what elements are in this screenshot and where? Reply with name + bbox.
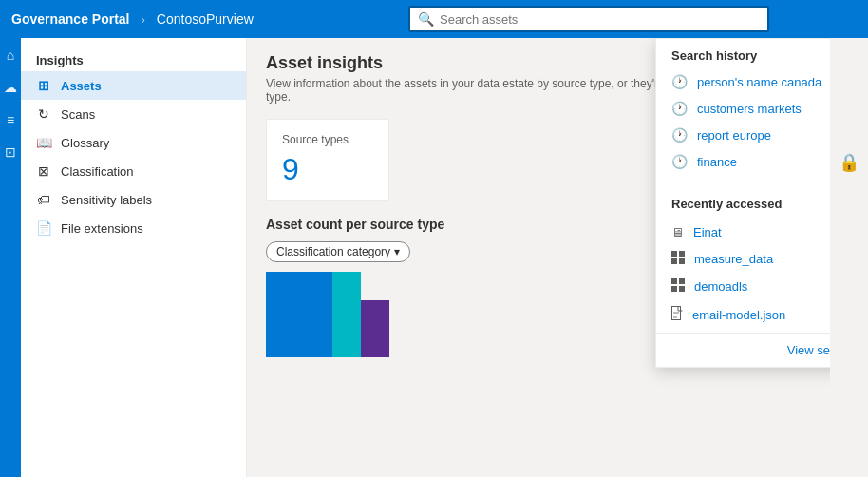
- recent-item-email-model[interactable]: email-model.json: [656, 300, 830, 329]
- sidebar-item-glossary-label: Glossary: [61, 136, 109, 150]
- file-ext-icon: 📄: [36, 220, 51, 236]
- right-column: 🔒: [830, 38, 868, 477]
- chart-area: [266, 272, 389, 357]
- svg-rect-6: [671, 286, 677, 292]
- card-value: 9: [282, 152, 373, 187]
- history-item-1-label: person's name canada: [697, 75, 821, 89]
- cloud-icon[interactable]: ☁: [4, 80, 17, 95]
- svg-rect-2: [671, 258, 677, 264]
- history-icon-2: 🕐: [671, 101, 688, 116]
- sidebar-item-assets-label: Assets: [61, 79, 102, 93]
- breadcrumb-separator: ›: [142, 12, 145, 27]
- sidebar-item-sensitivity-label: Sensitivity labels: [61, 193, 152, 207]
- search-icon: 🔍: [418, 11, 434, 27]
- chart-bar-blue: [266, 272, 332, 357]
- topbar: Governance Portal › ContosoPurview 🔍: [0, 0, 868, 38]
- list-icon[interactable]: ≡: [7, 112, 14, 127]
- recent-item-measure-label: measure_data: [694, 252, 773, 266]
- recent-item-demoadls[interactable]: demoadls: [656, 273, 830, 300]
- card-label: Source types: [282, 133, 373, 146]
- sidebar-item-file-extensions[interactable]: 📄 File extensions: [21, 214, 246, 242]
- sidebar: Insights ⊞ Assets ↻ Scans 📖 Glossary ⊠ C…: [21, 38, 247, 477]
- sidebar-header: Insights: [21, 46, 246, 71]
- sidebar-item-scans[interactable]: ↻ Scans: [21, 100, 246, 128]
- history-icon-4: 🕐: [671, 154, 688, 169]
- tenant-name: ContosoPurview: [157, 11, 254, 27]
- svg-rect-4: [671, 278, 677, 284]
- main-content: Asset insights View information about th…: [247, 38, 830, 477]
- sidebar-item-scans-label: Scans: [61, 107, 95, 122]
- sidebar-item-file-ext-label: File extensions: [61, 221, 143, 236]
- sidebar-item-classification-label: Classification: [61, 164, 134, 179]
- history-item-2-label: customers markets: [697, 102, 802, 116]
- history-item-4-label: finance: [697, 155, 737, 169]
- search-box[interactable]: 🔍: [408, 6, 769, 32]
- dropdown-divider: [656, 181, 830, 181]
- sidebar-item-glossary[interactable]: 📖 Glossary: [21, 128, 246, 157]
- dropdown-footer: View search results: [656, 333, 830, 367]
- classification-icon: ⊠: [36, 163, 51, 179]
- chart-bar-teal: [332, 272, 361, 357]
- history-item-4[interactable]: 🕐 finance: [656, 148, 830, 175]
- icon-rail: ⌂ ☁ ≡ ⊡: [0, 38, 21, 477]
- chevron-down-icon: ▾: [394, 245, 400, 258]
- recent-item-measure-data[interactable]: measure_data: [656, 245, 830, 273]
- filter-label: Classification category: [276, 245, 390, 258]
- recent-icon-demoadls: [671, 278, 685, 295]
- svg-rect-3: [679, 258, 685, 264]
- recent-icon-einat: 🖥: [671, 225, 684, 239]
- history-item-3[interactable]: 🕐 report europe: [656, 122, 830, 148]
- recent-item-einat-label: Einat: [693, 225, 722, 239]
- search-input[interactable]: [440, 12, 760, 27]
- svg-rect-1: [679, 251, 685, 257]
- view-search-results-link[interactable]: View search results: [787, 343, 830, 357]
- history-item-2[interactable]: 🕐 customers markets: [656, 95, 830, 122]
- recent-item-einat[interactable]: 🖥 Einat: [656, 219, 830, 245]
- sensitivity-icon: 🏷: [36, 192, 51, 207]
- svg-rect-5: [679, 278, 685, 284]
- history-item-1[interactable]: 🕐 person's name canada: [656, 68, 830, 95]
- recent-item-demoadls-label: demoadls: [694, 279, 747, 294]
- history-icon-1: 🕐: [671, 74, 688, 89]
- svg-rect-0: [671, 251, 677, 257]
- recent-icon-email-model: [671, 306, 683, 323]
- recently-accessed-header: Recently accessed View all: [656, 187, 830, 219]
- app-title: Governance Portal: [11, 11, 130, 27]
- recently-accessed-label: Recently accessed: [671, 197, 782, 211]
- sidebar-item-assets[interactable]: ⊞ Assets: [21, 71, 246, 100]
- home-icon[interactable]: ⌂: [7, 48, 14, 63]
- chart-bar-purple: [361, 300, 389, 357]
- source-types-card: Source types 9: [266, 119, 389, 201]
- recent-icon-measure-data: [671, 251, 685, 267]
- glossary-icon: 📖: [36, 135, 51, 150]
- main-layout: ⌂ ☁ ≡ ⊡ Insights ⊞ Assets ↻ Scans 📖 Glos…: [0, 38, 868, 477]
- scans-icon: ↻: [36, 106, 51, 122]
- classification-filter-button[interactable]: Classification category ▾: [266, 241, 410, 262]
- sidebar-item-classification[interactable]: ⊠ Classification: [21, 157, 246, 185]
- sidebar-item-sensitivity[interactable]: 🏷 Sensitivity labels: [21, 185, 246, 214]
- history-icon-3: 🕐: [671, 127, 688, 143]
- box-icon[interactable]: ⊡: [5, 144, 16, 160]
- search-dropdown: Search history 🕐 person's name canada 🕐 …: [655, 38, 830, 368]
- history-item-3-label: report europe: [697, 128, 771, 143]
- assets-icon: ⊞: [36, 78, 51, 93]
- lock-icon: 🔒: [839, 152, 859, 173]
- svg-rect-7: [679, 286, 685, 292]
- search-history-label: Search history: [656, 39, 830, 68]
- recent-item-email-model-label: email-model.json: [692, 308, 785, 322]
